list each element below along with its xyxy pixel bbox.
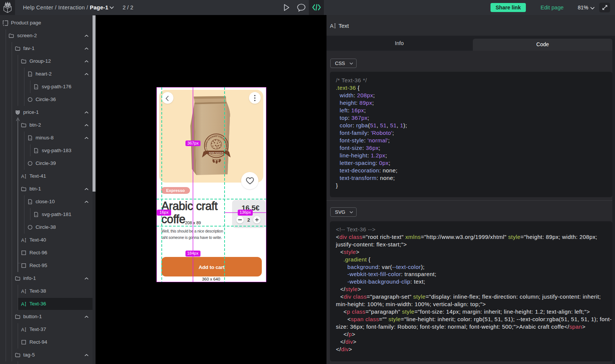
svg-text:A: A xyxy=(21,327,24,332)
svg-text:A: A xyxy=(21,301,24,307)
svg-text:A: A xyxy=(21,288,24,294)
svg-text:A: A xyxy=(21,237,24,243)
svg-text:A: A xyxy=(330,23,334,29)
svg-text:A: A xyxy=(21,174,24,179)
svg-text:NABI NAHUA: NABI NAHUA xyxy=(209,151,224,154)
